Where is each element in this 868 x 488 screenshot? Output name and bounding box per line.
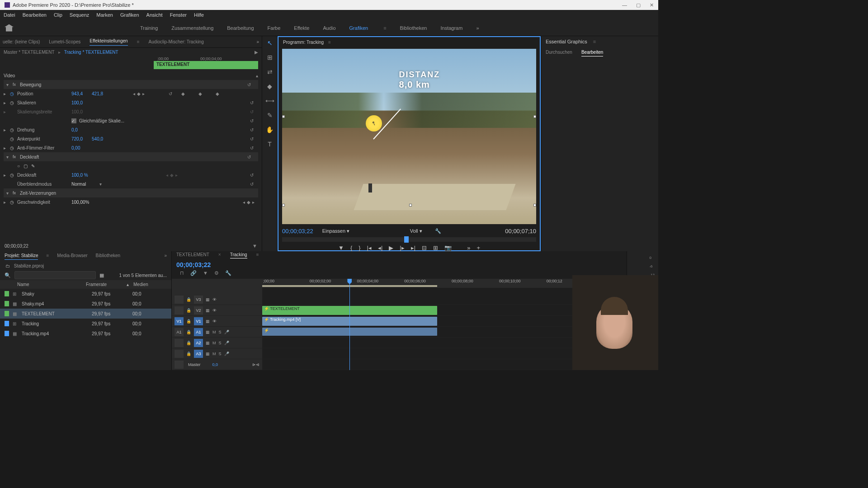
lock-icon[interactable]: 🔒 (186, 341, 191, 345)
tab-menu-icon[interactable]: ≡ (137, 39, 140, 44)
ripple-tool-icon[interactable]: ⇄ (266, 68, 274, 76)
twirl-icon[interactable]: ▸ (4, 200, 10, 205)
list-item[interactable]: ⊞Shaky29,97 fps00;0 (0, 289, 171, 299)
reset-icon[interactable]: ↺ (250, 118, 254, 123)
menu-clip[interactable]: Clip (54, 12, 62, 18)
extract-icon[interactable]: ⊞ (433, 244, 438, 251)
eye-icon[interactable]: 👁 (212, 319, 217, 324)
hand-tool-icon[interactable]: ✋ (266, 126, 274, 134)
master-val[interactable]: 0,0 (212, 362, 218, 367)
scrubber-handle[interactable] (404, 236, 409, 243)
settings-icon[interactable]: ⚙ (214, 270, 219, 276)
rect-mask-icon[interactable]: ▢ (24, 164, 28, 169)
add-kf-icon[interactable]: ◆ (137, 91, 141, 96)
toggle-icon[interactable]: ▦ (206, 297, 210, 302)
ws-farbe[interactable]: Farbe (268, 25, 281, 31)
track-v2-header[interactable]: 🔒 V2 ▦ 👁 (172, 305, 262, 316)
next-kf-icon[interactable]: ▸ (175, 173, 178, 178)
prev-kf-icon[interactable]: ◂ (166, 173, 168, 178)
ws-training[interactable]: Training (140, 25, 158, 31)
next-kf-icon[interactable]: ▸ (142, 91, 145, 96)
step-fwd-icon[interactable]: |▸ (400, 244, 404, 251)
wrench-icon[interactable]: 🔧 (225, 270, 231, 276)
scrubber[interactable] (282, 237, 536, 242)
program-monitor[interactable]: DISTANZ 8,0 km (282, 49, 536, 224)
eye-icon[interactable]: 👁 (212, 297, 217, 302)
list-item[interactable]: ▦Shaky.mp429,97 fps00;0 (0, 299, 171, 309)
toggle-icon[interactable]: ▦ (206, 319, 210, 324)
twirl-icon[interactable]: ▸ (4, 127, 10, 132)
reset-icon[interactable]: ↺ (250, 145, 254, 150)
tab-menu-icon[interactable]: ≡ (256, 252, 259, 258)
track-v1[interactable]: V1 (194, 317, 203, 325)
prev-kf-icon[interactable]: ◂ (243, 200, 245, 205)
home-icon[interactable] (5, 24, 14, 32)
bin-icon[interactable]: 🗀 (5, 263, 10, 268)
dropdown-icon[interactable]: ▾ (99, 182, 102, 187)
menu-grafiken[interactable]: Grafiken (120, 12, 139, 18)
wrench-icon[interactable]: 🔧 (435, 228, 441, 234)
step-back-icon[interactable]: ◂| (378, 244, 382, 251)
out-point-icon[interactable]: } (359, 244, 360, 251)
stopwatch-icon[interactable]: ◷ (10, 100, 17, 105)
mic-icon[interactable]: 🎤 (224, 330, 229, 334)
stopwatch-icon[interactable]: ◷ (10, 173, 17, 178)
stopwatch-icon[interactable]: ◷ (10, 200, 17, 205)
stopwatch-icon[interactable]: ◷ (10, 145, 17, 150)
track-a2[interactable]: A2 (194, 339, 203, 347)
fx-icon[interactable]: fx (13, 155, 20, 159)
track-a1-header[interactable]: A1 🔒 A1 ▦ M S 🎤 (172, 327, 262, 338)
ws-audio[interactable]: Audio (323, 25, 335, 31)
add-btn-icon[interactable]: + (476, 244, 480, 251)
sort-icon[interactable]: ▴ (127, 282, 129, 287)
tab-overflow-icon[interactable]: » (256, 39, 259, 44)
position-x[interactable]: 943,4 (71, 91, 83, 96)
reset-icon[interactable]: ↺ (250, 100, 254, 105)
src-v1[interactable]: V1 (175, 317, 184, 325)
overflow-icon[interactable]: » (164, 253, 167, 260)
ws-effekte[interactable]: Effekte (294, 25, 309, 31)
track-v3-header[interactable]: 🔒 V3 ▦ 👁 (172, 294, 262, 305)
overflow-icon[interactable]: » (467, 244, 470, 251)
menu-fenster[interactable]: Fenster (170, 12, 187, 18)
panel-menu-icon[interactable]: ≡ (328, 40, 331, 45)
menu-hilfe[interactable]: Hilfe (194, 12, 204, 18)
keyframe-marker[interactable]: ◆ (216, 91, 219, 96)
seq-tab-tracking[interactable]: Tracking (230, 252, 247, 258)
menu-marken[interactable]: Marken (96, 12, 113, 18)
bewegung-group[interactable]: ▾ fx Bewegung ↺ (4, 80, 258, 89)
marker-icon[interactable]: ▼ (203, 270, 208, 276)
tab-media-browser[interactable]: Media-Browser (57, 253, 87, 260)
export-frame-icon[interactable]: 📷 (444, 244, 452, 251)
expand-icon[interactable]: ⊳⊲ (252, 362, 259, 367)
pen-mask-icon[interactable]: ✎ (31, 164, 35, 169)
reset-icon[interactable]: ↺ (169, 91, 172, 96)
twirl-icon[interactable]: ▸ (4, 173, 10, 178)
fit-select[interactable]: Einpassen ▾ (322, 228, 349, 234)
reset-icon[interactable]: ↺ (247, 82, 251, 87)
eg-tab-browse[interactable]: Durchsuchen (546, 50, 572, 56)
lock-icon[interactable]: 🔒 (186, 319, 191, 324)
eg-tab-edit[interactable]: Bearbeiten (581, 50, 603, 56)
tab-libraries[interactable]: Bibliotheken (96, 253, 120, 260)
ankerpunkt-y[interactable]: 540,0 (92, 136, 103, 141)
tab-source[interactable]: uelle: (keine Clips) (3, 39, 40, 44)
timeline-timecode[interactable]: 00;00;03;22 (176, 261, 211, 268)
blendmode-select[interactable]: Normal (71, 182, 86, 187)
mute-icon[interactable]: M (212, 341, 216, 345)
track-v1-header[interactable]: V1 🔒 V1 ▦ 👁 (172, 316, 262, 327)
panel-tc[interactable]: 00;00;03;22 (5, 244, 28, 249)
ws-grafiken[interactable]: Grafiken (349, 25, 368, 31)
playhead[interactable] (349, 279, 350, 370)
menu-ansicht[interactable]: Ansicht (146, 12, 163, 18)
src-a1[interactable]: A1 (175, 328, 184, 336)
col-media[interactable]: Medien (133, 282, 148, 287)
go-in-icon[interactable]: |◂ (367, 244, 372, 251)
solo-icon[interactable]: S (219, 352, 222, 356)
linked-sel-icon[interactable]: 🔗 (190, 270, 197, 276)
search-icon[interactable]: 🔍 (5, 272, 11, 278)
slip-tool-icon[interactable]: ⟷ (266, 97, 274, 105)
collapse-icon[interactable]: ▴ (256, 73, 258, 78)
reset-icon[interactable]: ↺ (250, 109, 254, 114)
twirl-icon[interactable]: ▸ (4, 145, 10, 150)
